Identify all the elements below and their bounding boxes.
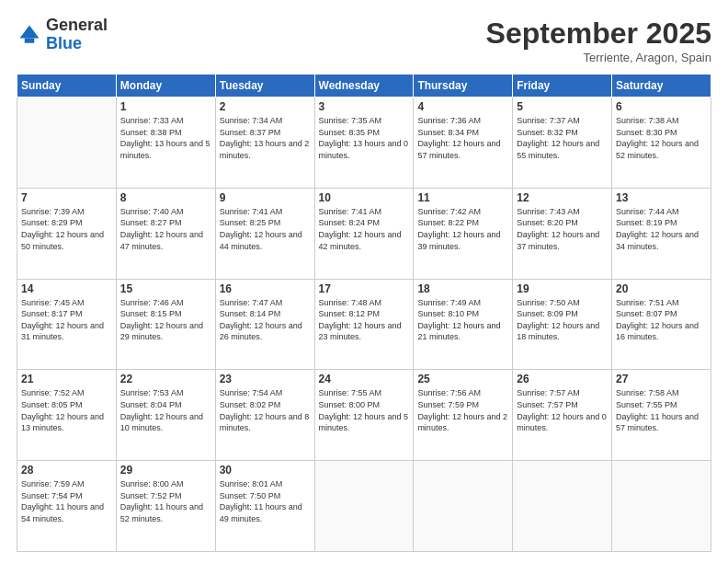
day-info: Sunrise: 7:39 AMSunset: 8:29 PMDaylight:… xyxy=(21,206,112,252)
calendar-cell xyxy=(314,461,414,552)
calendar-cell: 4Sunrise: 7:36 AMSunset: 8:34 PMDaylight… xyxy=(414,98,513,189)
day-number: 7 xyxy=(21,191,112,204)
day-info: Sunrise: 7:51 AMSunset: 8:07 PMDaylight:… xyxy=(616,297,707,343)
day-number: 20 xyxy=(616,282,707,295)
day-info: Sunrise: 7:42 AMSunset: 8:22 PMDaylight:… xyxy=(417,206,508,252)
day-info: Sunrise: 7:58 AMSunset: 7:55 PMDaylight:… xyxy=(616,387,707,433)
calendar-cell xyxy=(414,461,513,552)
day-number: 8 xyxy=(120,191,211,204)
day-info: Sunrise: 7:35 AMSunset: 8:35 PMDaylight:… xyxy=(319,115,410,161)
day-number: 6 xyxy=(616,100,707,113)
calendar-cell: 20Sunrise: 7:51 AMSunset: 8:07 PMDayligh… xyxy=(612,279,711,370)
calendar-week-row: 21Sunrise: 7:52 AMSunset: 8:05 PMDayligh… xyxy=(17,370,711,461)
calendar-cell: 23Sunrise: 7:54 AMSunset: 8:02 PMDayligh… xyxy=(215,370,314,461)
day-info: Sunrise: 7:41 AMSunset: 8:25 PMDaylight:… xyxy=(220,206,311,252)
day-number: 28 xyxy=(21,464,112,477)
logo: General Blue xyxy=(17,17,108,53)
day-info: Sunrise: 8:00 AMSunset: 7:52 PMDaylight:… xyxy=(120,478,211,524)
weekday-header-sunday: Sunday xyxy=(17,75,117,98)
day-info: Sunrise: 7:54 AMSunset: 8:02 PMDaylight:… xyxy=(220,387,311,433)
day-number: 27 xyxy=(616,373,707,385)
title-block: September 2025 Terriente, Aragon, Spain xyxy=(486,17,711,64)
calendar-cell: 6Sunrise: 7:38 AMSunset: 8:30 PMDaylight… xyxy=(612,98,711,189)
day-info: Sunrise: 7:41 AMSunset: 8:24 PMDaylight:… xyxy=(319,206,410,252)
calendar-cell: 12Sunrise: 7:43 AMSunset: 8:20 PMDayligh… xyxy=(513,188,612,279)
logo-icon xyxy=(17,22,42,48)
day-info: Sunrise: 7:43 AMSunset: 8:20 PMDaylight:… xyxy=(517,206,608,252)
day-number: 25 xyxy=(417,373,508,385)
weekday-header-wednesday: Wednesday xyxy=(314,75,414,98)
calendar-cell: 19Sunrise: 7:50 AMSunset: 8:09 PMDayligh… xyxy=(513,279,612,370)
day-info: Sunrise: 7:56 AMSunset: 7:59 PMDaylight:… xyxy=(417,387,508,433)
day-info: Sunrise: 7:55 AMSunset: 8:00 PMDaylight:… xyxy=(319,387,410,433)
day-info: Sunrise: 7:47 AMSunset: 8:14 PMDaylight:… xyxy=(220,297,311,343)
day-info: Sunrise: 8:01 AMSunset: 7:50 PMDaylight:… xyxy=(220,478,311,524)
calendar-cell: 13Sunrise: 7:44 AMSunset: 8:19 PMDayligh… xyxy=(612,188,711,279)
calendar-cell: 14Sunrise: 7:45 AMSunset: 8:17 PMDayligh… xyxy=(17,279,117,370)
day-info: Sunrise: 7:34 AMSunset: 8:37 PMDaylight:… xyxy=(220,115,311,161)
day-info: Sunrise: 7:52 AMSunset: 8:05 PMDaylight:… xyxy=(21,387,112,433)
weekday-header-thursday: Thursday xyxy=(414,75,513,98)
day-number: 11 xyxy=(417,191,508,204)
day-number: 4 xyxy=(417,100,508,113)
calendar-cell: 11Sunrise: 7:42 AMSunset: 8:22 PMDayligh… xyxy=(414,188,513,279)
day-info: Sunrise: 7:49 AMSunset: 8:10 PMDaylight:… xyxy=(417,297,508,343)
calendar-cell: 5Sunrise: 7:37 AMSunset: 8:32 PMDaylight… xyxy=(513,98,612,189)
calendar-cell: 9Sunrise: 7:41 AMSunset: 8:25 PMDaylight… xyxy=(215,188,314,279)
day-number: 5 xyxy=(517,100,608,113)
calendar-cell xyxy=(513,461,612,552)
calendar-week-row: 7Sunrise: 7:39 AMSunset: 8:29 PMDaylight… xyxy=(17,188,711,279)
calendar-cell: 28Sunrise: 7:59 AMSunset: 7:54 PMDayligh… xyxy=(17,461,117,552)
header: General Blue September 2025 Terriente, A… xyxy=(17,17,711,64)
day-number: 29 xyxy=(120,464,211,477)
day-info: Sunrise: 7:45 AMSunset: 8:17 PMDaylight:… xyxy=(21,297,112,343)
day-number: 16 xyxy=(220,282,311,295)
calendar-table: SundayMondayTuesdayWednesdayThursdayFrid… xyxy=(17,74,711,552)
day-number: 1 xyxy=(120,100,211,113)
day-info: Sunrise: 7:59 AMSunset: 7:54 PMDaylight:… xyxy=(21,478,112,524)
calendar-week-row: 28Sunrise: 7:59 AMSunset: 7:54 PMDayligh… xyxy=(17,461,711,552)
day-info: Sunrise: 7:33 AMSunset: 8:38 PMDaylight:… xyxy=(120,115,211,161)
day-number: 2 xyxy=(220,100,311,113)
day-info: Sunrise: 7:40 AMSunset: 8:27 PMDaylight:… xyxy=(120,206,211,252)
calendar-cell: 17Sunrise: 7:48 AMSunset: 8:12 PMDayligh… xyxy=(314,279,414,370)
day-number: 13 xyxy=(616,191,707,204)
page: General Blue September 2025 Terriente, A… xyxy=(0,0,728,563)
svg-marker-0 xyxy=(20,25,40,38)
month-title: September 2025 xyxy=(486,17,711,51)
logo-blue: Blue xyxy=(46,35,108,53)
day-number: 23 xyxy=(220,373,311,385)
calendar-cell: 25Sunrise: 7:56 AMSunset: 7:59 PMDayligh… xyxy=(414,370,513,461)
calendar-cell: 18Sunrise: 7:49 AMSunset: 8:10 PMDayligh… xyxy=(414,279,513,370)
calendar-cell: 24Sunrise: 7:55 AMSunset: 8:00 PMDayligh… xyxy=(314,370,414,461)
day-number: 18 xyxy=(417,282,508,295)
day-number: 19 xyxy=(517,282,608,295)
day-number: 12 xyxy=(517,191,608,204)
calendar-cell: 7Sunrise: 7:39 AMSunset: 8:29 PMDaylight… xyxy=(17,188,117,279)
calendar-cell: 10Sunrise: 7:41 AMSunset: 8:24 PMDayligh… xyxy=(314,188,414,279)
day-number: 15 xyxy=(120,282,211,295)
day-number: 22 xyxy=(120,373,211,385)
calendar-cell xyxy=(612,461,711,552)
calendar-cell: 26Sunrise: 7:57 AMSunset: 7:57 PMDayligh… xyxy=(513,370,612,461)
weekday-header-row: SundayMondayTuesdayWednesdayThursdayFrid… xyxy=(17,75,711,98)
day-number: 17 xyxy=(319,282,410,295)
day-info: Sunrise: 7:48 AMSunset: 8:12 PMDaylight:… xyxy=(319,297,410,343)
calendar-cell: 27Sunrise: 7:58 AMSunset: 7:55 PMDayligh… xyxy=(612,370,711,461)
calendar-cell: 3Sunrise: 7:35 AMSunset: 8:35 PMDaylight… xyxy=(314,98,414,189)
day-number: 3 xyxy=(319,100,410,113)
day-info: Sunrise: 7:53 AMSunset: 8:04 PMDaylight:… xyxy=(120,387,211,433)
calendar-cell: 30Sunrise: 8:01 AMSunset: 7:50 PMDayligh… xyxy=(215,461,314,552)
calendar-week-row: 14Sunrise: 7:45 AMSunset: 8:17 PMDayligh… xyxy=(17,279,711,370)
day-info: Sunrise: 7:37 AMSunset: 8:32 PMDaylight:… xyxy=(517,115,608,161)
calendar-cell: 16Sunrise: 7:47 AMSunset: 8:14 PMDayligh… xyxy=(215,279,314,370)
day-number: 10 xyxy=(319,191,410,204)
weekday-header-monday: Monday xyxy=(116,75,215,98)
day-number: 9 xyxy=(220,191,311,204)
day-info: Sunrise: 7:38 AMSunset: 8:30 PMDaylight:… xyxy=(616,115,707,161)
calendar-cell: 21Sunrise: 7:52 AMSunset: 8:05 PMDayligh… xyxy=(17,370,117,461)
day-number: 21 xyxy=(21,373,112,385)
calendar-week-row: 1Sunrise: 7:33 AMSunset: 8:38 PMDaylight… xyxy=(17,98,711,189)
weekday-header-tuesday: Tuesday xyxy=(215,75,314,98)
svg-rect-1 xyxy=(25,38,35,42)
